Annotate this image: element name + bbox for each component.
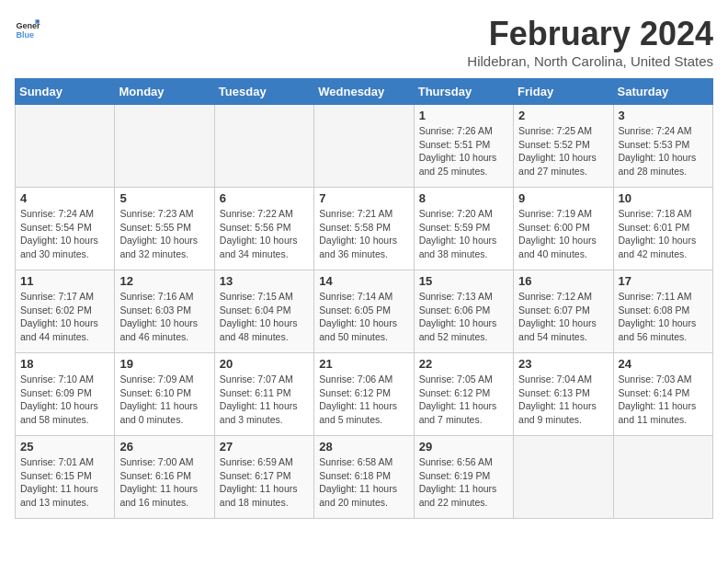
day-cell: 12Sunrise: 7:16 AM Sunset: 6:03 PM Dayli… (115, 270, 214, 353)
day-info: Sunrise: 7:09 AM Sunset: 6:10 PM Dayligh… (119, 373, 209, 427)
day-info: Sunrise: 7:03 AM Sunset: 6:14 PM Dayligh… (619, 373, 708, 427)
day-cell: 27Sunrise: 6:59 AM Sunset: 6:17 PM Dayli… (214, 436, 313, 519)
day-number: 29 (419, 440, 508, 454)
day-cell: 17Sunrise: 7:11 AM Sunset: 6:08 PM Dayli… (613, 270, 712, 353)
day-info: Sunrise: 7:22 AM Sunset: 5:56 PM Dayligh… (220, 207, 309, 261)
day-info: Sunrise: 7:07 AM Sunset: 6:11 PM Dayligh… (220, 373, 309, 427)
day-number: 4 (20, 191, 109, 205)
day-number: 8 (419, 191, 508, 205)
day-info: Sunrise: 7:17 AM Sunset: 6:02 PM Dayligh… (20, 290, 109, 344)
day-info: Sunrise: 7:10 AM Sunset: 6:09 PM Dayligh… (20, 373, 109, 427)
week-row-1: 4Sunrise: 7:24 AM Sunset: 5:54 PM Daylig… (16, 188, 713, 270)
day-number: 17 (619, 274, 708, 288)
day-number: 3 (619, 109, 708, 122)
day-info: Sunrise: 7:06 AM Sunset: 6:12 PM Dayligh… (319, 373, 408, 427)
day-number: 14 (319, 274, 408, 288)
day-cell (314, 105, 414, 188)
day-cell: 2Sunrise: 7:25 AM Sunset: 5:52 PM Daylig… (514, 105, 613, 188)
day-cell: 15Sunrise: 7:13 AM Sunset: 6:06 PM Dayli… (414, 270, 513, 353)
logo: General Blue (15, 15, 40, 40)
day-info: Sunrise: 7:14 AM Sunset: 6:05 PM Dayligh… (319, 290, 408, 344)
day-info: Sunrise: 7:01 AM Sunset: 6:15 PM Dayligh… (20, 455, 109, 510)
day-info: Sunrise: 7:25 AM Sunset: 5:52 PM Dayligh… (518, 124, 608, 178)
header-cell-sunday: Sunday (16, 79, 115, 105)
day-number: 26 (119, 440, 209, 454)
day-cell: 25Sunrise: 7:01 AM Sunset: 6:15 PM Dayli… (16, 436, 115, 519)
month-title: February 2024 (467, 15, 713, 53)
day-cell: 13Sunrise: 7:15 AM Sunset: 6:04 PM Dayli… (214, 270, 313, 353)
day-cell: 26Sunrise: 7:00 AM Sunset: 6:16 PM Dayli… (115, 436, 214, 519)
day-number: 7 (319, 191, 408, 205)
day-cell: 10Sunrise: 7:18 AM Sunset: 6:01 PM Dayli… (613, 188, 712, 270)
day-cell (514, 436, 613, 519)
day-info: Sunrise: 7:24 AM Sunset: 5:53 PM Dayligh… (619, 124, 708, 178)
svg-text:Blue: Blue (16, 30, 34, 40)
day-number: 19 (119, 357, 209, 371)
day-number: 20 (220, 357, 309, 371)
page-header: General Blue February 2024 Hildebran, No… (15, 15, 713, 69)
day-number: 22 (419, 357, 508, 371)
day-cell: 18Sunrise: 7:10 AM Sunset: 6:09 PM Dayli… (16, 353, 115, 436)
day-cell: 22Sunrise: 7:05 AM Sunset: 6:12 PM Dayli… (414, 353, 513, 436)
day-cell (613, 436, 712, 519)
title-block: February 2024 Hildebran, North Carolina,… (467, 15, 713, 69)
day-cell: 29Sunrise: 6:56 AM Sunset: 6:19 PM Dayli… (414, 436, 513, 519)
logo-icon: General Blue (15, 15, 40, 40)
day-number: 25 (20, 440, 109, 454)
day-info: Sunrise: 7:16 AM Sunset: 6:03 PM Dayligh… (119, 290, 209, 344)
day-info: Sunrise: 7:15 AM Sunset: 6:04 PM Dayligh… (220, 290, 309, 344)
day-cell: 7Sunrise: 7:21 AM Sunset: 5:58 PM Daylig… (314, 188, 414, 270)
day-cell: 1Sunrise: 7:26 AM Sunset: 5:51 PM Daylig… (414, 105, 513, 188)
day-info: Sunrise: 7:26 AM Sunset: 5:51 PM Dayligh… (419, 124, 508, 178)
day-cell: 8Sunrise: 7:20 AM Sunset: 5:59 PM Daylig… (414, 188, 513, 270)
header-cell-monday: Monday (115, 79, 214, 105)
day-number: 15 (419, 274, 508, 288)
day-info: Sunrise: 6:58 AM Sunset: 6:18 PM Dayligh… (319, 455, 408, 510)
header-cell-tuesday: Tuesday (214, 79, 313, 105)
day-info: Sunrise: 7:19 AM Sunset: 6:00 PM Dayligh… (518, 207, 608, 261)
day-number: 5 (119, 191, 209, 205)
day-info: Sunrise: 6:59 AM Sunset: 6:17 PM Dayligh… (220, 455, 309, 510)
day-info: Sunrise: 7:24 AM Sunset: 5:54 PM Dayligh… (20, 207, 109, 261)
day-number: 12 (119, 274, 209, 288)
day-info: Sunrise: 7:00 AM Sunset: 6:16 PM Dayligh… (119, 455, 209, 510)
day-number: 21 (319, 357, 408, 371)
day-cell (115, 105, 214, 188)
header-cell-friday: Friday (514, 79, 613, 105)
day-number: 1 (419, 109, 508, 122)
day-number: 2 (518, 109, 608, 122)
day-number: 23 (518, 357, 608, 371)
day-number: 6 (220, 191, 309, 205)
day-cell: 4Sunrise: 7:24 AM Sunset: 5:54 PM Daylig… (16, 188, 115, 270)
day-cell (214, 105, 313, 188)
day-info: Sunrise: 7:20 AM Sunset: 5:59 PM Dayligh… (419, 207, 508, 261)
day-number: 24 (619, 357, 708, 371)
day-cell: 21Sunrise: 7:06 AM Sunset: 6:12 PM Dayli… (314, 353, 414, 436)
day-cell: 6Sunrise: 7:22 AM Sunset: 5:56 PM Daylig… (214, 188, 313, 270)
day-cell: 11Sunrise: 7:17 AM Sunset: 6:02 PM Dayli… (16, 270, 115, 353)
day-number: 10 (619, 191, 708, 205)
calendar-table: SundayMondayTuesdayWednesdayThursdayFrid… (15, 78, 713, 519)
day-number: 13 (220, 274, 309, 288)
day-cell: 23Sunrise: 7:04 AM Sunset: 6:13 PM Dayli… (514, 353, 613, 436)
day-cell: 28Sunrise: 6:58 AM Sunset: 6:18 PM Dayli… (314, 436, 414, 519)
week-row-0: 1Sunrise: 7:26 AM Sunset: 5:51 PM Daylig… (16, 105, 713, 188)
day-cell: 3Sunrise: 7:24 AM Sunset: 5:53 PM Daylig… (613, 105, 712, 188)
day-info: Sunrise: 7:04 AM Sunset: 6:13 PM Dayligh… (518, 373, 608, 427)
day-info: Sunrise: 7:13 AM Sunset: 6:06 PM Dayligh… (419, 290, 508, 344)
day-info: Sunrise: 7:05 AM Sunset: 6:12 PM Dayligh… (419, 373, 508, 427)
day-number: 11 (20, 274, 109, 288)
day-cell: 9Sunrise: 7:19 AM Sunset: 6:00 PM Daylig… (514, 188, 613, 270)
day-info: Sunrise: 7:18 AM Sunset: 6:01 PM Dayligh… (619, 207, 708, 261)
week-row-2: 11Sunrise: 7:17 AM Sunset: 6:02 PM Dayli… (16, 270, 713, 353)
day-cell: 16Sunrise: 7:12 AM Sunset: 6:07 PM Dayli… (514, 270, 613, 353)
day-number: 28 (319, 440, 408, 454)
day-cell (16, 105, 115, 188)
week-row-3: 18Sunrise: 7:10 AM Sunset: 6:09 PM Dayli… (16, 353, 713, 436)
day-number: 9 (518, 191, 608, 205)
day-info: Sunrise: 7:11 AM Sunset: 6:08 PM Dayligh… (619, 290, 708, 344)
header-cell-thursday: Thursday (414, 79, 513, 105)
day-cell: 14Sunrise: 7:14 AM Sunset: 6:05 PM Dayli… (314, 270, 414, 353)
day-cell: 19Sunrise: 7:09 AM Sunset: 6:10 PM Dayli… (115, 353, 214, 436)
day-number: 16 (518, 274, 608, 288)
